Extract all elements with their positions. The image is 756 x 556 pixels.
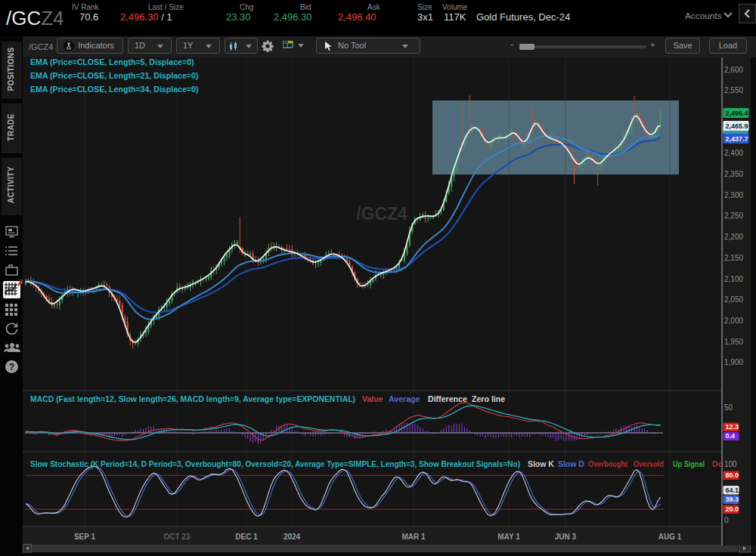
svg-text:MACD (Fast length=12, Slow len: MACD (Fast length=12, Slow length=26, MA… <box>30 394 355 403</box>
svg-text:80.0: 80.0 <box>726 471 739 479</box>
svg-text:Up Signal: Up Signal <box>673 460 705 468</box>
svg-text:Zero line: Zero line <box>472 394 505 403</box>
svg-text:Average: Average <box>389 394 420 403</box>
svg-text:2,350: 2,350 <box>724 170 743 178</box>
svg-text:Do: Do <box>712 460 723 468</box>
svg-text:2,600: 2,600 <box>724 66 743 74</box>
svg-text:2,465.9: 2,465.9 <box>726 122 748 130</box>
svg-text:0: 0 <box>724 516 729 524</box>
svg-text:2,150: 2,150 <box>724 254 743 262</box>
svg-text:2,250: 2,250 <box>724 212 743 220</box>
svg-text:2024: 2024 <box>284 533 301 541</box>
svg-text:MAR 1: MAR 1 <box>401 533 426 541</box>
svg-text:Slow K: Slow K <box>528 460 554 468</box>
svg-text:Difference: Difference <box>428 394 467 403</box>
svg-text:?: ? <box>9 362 14 372</box>
svg-text:DEC 1: DEC 1 <box>235 533 258 541</box>
svg-text:Oversold: Oversold <box>634 460 664 468</box>
svg-text:2,050: 2,050 <box>724 295 743 304</box>
svg-text:39.3: 39.3 <box>726 496 739 503</box>
svg-text:/GCZ4: /GCZ4 <box>356 204 407 224</box>
svg-text:EMA (Price=CLOSE, Length=34, D: EMA (Price=CLOSE, Length=34, Displace=0) <box>30 85 198 94</box>
svg-text:100: 100 <box>724 460 737 468</box>
svg-text:JUN 3: JUN 3 <box>555 533 577 541</box>
svg-text:OCT 23: OCT 23 <box>163 533 190 541</box>
svg-text:Overbought: Overbought <box>588 460 627 468</box>
svg-text:12.3: 12.3 <box>726 423 739 431</box>
svg-text:2,437.7: 2,437.7 <box>726 135 748 143</box>
svg-text:2,550: 2,550 <box>724 86 743 94</box>
svg-text:64.1: 64.1 <box>726 486 739 494</box>
svg-text:MAY 1: MAY 1 <box>497 533 520 541</box>
svg-text:2,300: 2,300 <box>724 191 743 199</box>
svg-text:2,200: 2,200 <box>724 233 743 241</box>
svg-text:50: 50 <box>724 403 733 412</box>
svg-text:1,950: 1,950 <box>724 338 743 346</box>
svg-text:2,496.4: 2,496.4 <box>726 110 748 117</box>
svg-text:EMA (Price=CLOSE, Length=5, Di: EMA (Price=CLOSE, Length=5, Displace=0) <box>30 57 194 66</box>
svg-text:2,000: 2,000 <box>724 317 743 325</box>
svg-text:Slow D: Slow D <box>558 460 584 468</box>
svg-text:AUG 1: AUG 1 <box>658 533 682 541</box>
svg-text:EMA (Price=CLOSE, Length=21, D: EMA (Price=CLOSE, Length=21, Displace=0) <box>30 71 198 80</box>
svg-text:1,900: 1,900 <box>724 358 743 366</box>
svg-text:2,400: 2,400 <box>724 149 743 157</box>
svg-text:SEP 1: SEP 1 <box>74 533 96 541</box>
svg-text:2,100: 2,100 <box>724 275 743 283</box>
svg-text:20.0: 20.0 <box>726 505 739 513</box>
svg-text:Value: Value <box>362 394 383 403</box>
svg-text:0.4: 0.4 <box>726 432 736 440</box>
svg-text:Slow Stochastic (K Period=14,: Slow Stochastic (K Period=14, D Period=3… <box>30 460 520 468</box>
